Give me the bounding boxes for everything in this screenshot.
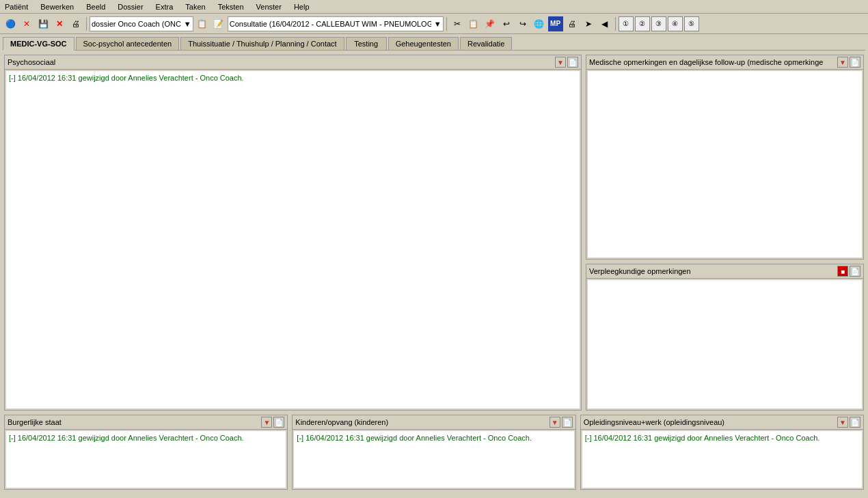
menubar: Patiënt Bewerken Beeld Dossier Extra Tak… <box>0 0 868 14</box>
panel-psychosociaal: Psychosociaal ▼ 📄 [-] 16/04/2012 16:31 g… <box>4 55 582 411</box>
panel-psychosociaal-doc-btn[interactable]: 📄 <box>567 57 578 68</box>
toolbar-btn-3[interactable]: 💾 <box>36 16 51 31</box>
toolbar-btn-redo[interactable]: ↪ <box>515 16 530 31</box>
panel-opleidingsniveau-title: Opleidingsniveau+werk (opleidingsniveau) <box>584 418 724 426</box>
tab-geheugentesten[interactable]: Geheugentesten <box>388 37 459 50</box>
panel-medische-content[interactable] <box>588 71 862 258</box>
panel-medische-title: Medische opmerkingen en dagelijkse follo… <box>589 58 823 66</box>
panel-medische-header: Medische opmerkingen en dagelijkse follo… <box>586 55 863 70</box>
separator-3 <box>615 17 616 31</box>
panel-psychosociaal-content[interactable]: [-] 16/04/2012 16:31 gewijzigd door Anne… <box>6 71 580 409</box>
toolbar-btn-mp[interactable]: MP <box>548 16 563 31</box>
menu-venster[interactable]: Venster <box>254 2 284 12</box>
panel-psychosociaal-header: Psychosociaal ▼ 📄 <box>5 55 581 70</box>
toolbar-btn-7[interactable]: 📝 <box>211 16 226 31</box>
panel-psychosociaal-text: [-] 16/04/2012 16:31 gewijzigd door Anne… <box>9 74 244 82</box>
panel-psychosociaal-controls: ▼ 📄 <box>555 57 578 68</box>
panel-opleidingsniveau-text: [-] 16/04/2012 16:31 gewijzigd door Anne… <box>585 434 820 442</box>
panel-verpleegkundige-doc-btn[interactable]: 📄 <box>850 266 860 277</box>
panel-opleidingsniveau-filter-btn[interactable]: ▼ <box>837 417 848 428</box>
toolbar-btn-copy[interactable]: 📋 <box>466 16 481 31</box>
dossier-label: dossier Onco Coach (ONC <box>92 20 181 28</box>
menu-teksten[interactable]: Teksten <box>216 2 246 12</box>
panel-kinderen-controls: ▼ 📄 <box>550 417 573 428</box>
main-content: Psychosociaal ▼ 📄 [-] 16/04/2012 16:31 g… <box>0 51 868 494</box>
menu-taken[interactable]: Taken <box>183 2 207 12</box>
separator-2 <box>446 17 447 31</box>
menu-extra[interactable]: Extra <box>154 2 176 12</box>
toolbar-btn-6[interactable]: 📋 <box>195 16 210 31</box>
panel-kinderen-content[interactable]: [-] 16/04/2012 16:31 gewijzigd door Anne… <box>294 431 573 488</box>
panel-kinderen-filter-btn[interactable]: ▼ <box>550 417 560 428</box>
toolbar-btn-web[interactable]: 🌐 <box>532 16 547 31</box>
panel-medische-filter-btn[interactable]: ▼ <box>837 57 848 68</box>
tab-thuissituatie[interactable]: Thuissituatie / Thuishulp / Planning / C… <box>180 37 344 50</box>
panel-burgerlijke-filter-btn[interactable]: ▼ <box>261 417 272 428</box>
panel-burgerlijke-doc-btn[interactable]: 📄 <box>273 417 284 428</box>
tab-medic-vg-soc[interactable]: MEDIC-VG-SOC <box>3 37 74 51</box>
toolbar-btn-n1[interactable]: ① <box>619 16 634 31</box>
panel-burgerlijke-controls: ▼ 📄 <box>261 417 284 428</box>
toolbar-btn-back[interactable]: ◀ <box>597 16 612 31</box>
panel-burgerlijke-text: [-] 16/04/2012 16:31 gewijzigd door Anne… <box>9 434 244 442</box>
panel-verpleegkundige-filter-btn[interactable]: ■ <box>837 266 848 277</box>
toolbar-btn-arrow[interactable]: ➤ <box>581 16 596 31</box>
consultation-chevron[interactable]: ▼ <box>434 20 442 28</box>
separator-1 <box>86 17 87 31</box>
panel-verpleegkundige-title: Verpleegkundige opmerkingen <box>589 267 691 275</box>
toolbar-btn-n3[interactable]: ③ <box>651 16 666 31</box>
toolbar-btn-5[interactable]: 🖨 <box>68 16 83 31</box>
panel-kinderen-header: Kinderen/opvang (kinderen) ▼ 📄 <box>293 415 575 430</box>
toolbar-btn-print2[interactable]: 🖨 <box>565 16 580 31</box>
panel-psychosociaal-filter-btn[interactable]: ▼ <box>555 57 566 68</box>
toolbar-btn-1[interactable]: 🔵 <box>3 16 18 31</box>
tab-soc-psychol[interactable]: Soc-psychol antecedenten <box>76 37 180 50</box>
toolbar-btn-n2[interactable]: ② <box>635 16 650 31</box>
panel-verpleegkundige-controls: ■ 📄 <box>837 266 860 277</box>
dossier-chevron[interactable]: ▼ <box>184 20 191 28</box>
panel-burgerlijke-staat: Burgerlijke staat ▼ 📄 [-] 16/04/2012 16:… <box>4 415 288 490</box>
panel-kinderen-text: [-] 16/04/2012 16:31 gewijzigd door Anne… <box>297 434 532 442</box>
panel-verpleegkundige: Verpleegkundige opmerkingen ■ 📄 <box>586 264 864 411</box>
tab-revalidatie[interactable]: Revalidatie <box>460 37 512 50</box>
menu-patient[interactable]: Patiënt <box>3 2 30 12</box>
toolbar-btn-undo[interactable]: ↩ <box>499 16 514 31</box>
tab-testing[interactable]: Testing <box>346 37 387 50</box>
panel-burgerlijke-title: Burgerlijke staat <box>8 418 62 426</box>
menu-help[interactable]: Help <box>292 2 312 12</box>
panel-psychosociaal-title: Psychosociaal <box>8 58 55 66</box>
toolbar-btn-2[interactable]: ✕ <box>19 16 34 31</box>
panel-kinderen-doc-btn[interactable]: 📄 <box>562 417 573 428</box>
panel-opleidingsniveau-doc-btn[interactable]: 📄 <box>850 417 860 428</box>
panel-burgerlijke-content[interactable]: [-] 16/04/2012 16:31 gewijzigd door Anne… <box>6 431 286 488</box>
panel-medische-opmerkingen: Medische opmerkingen en dagelijkse follo… <box>586 55 864 260</box>
toolbar-btn-cut[interactable]: ✂ <box>450 16 465 31</box>
dossier-dropdown[interactable]: dossier Onco Coach (ONC ▼ <box>90 16 193 31</box>
panel-opleidingsniveau-controls: ▼ 📄 <box>837 417 860 428</box>
panel-verpleegkundige-content[interactable] <box>588 280 862 409</box>
panel-verpleegkundige-header: Verpleegkundige opmerkingen ■ 📄 <box>586 264 863 279</box>
panel-burgerlijke-header: Burgerlijke staat ▼ 📄 <box>5 415 287 430</box>
menu-bewerken[interactable]: Bewerken <box>38 2 76 12</box>
bottom-section: Burgerlijke staat ▼ 📄 [-] 16/04/2012 16:… <box>4 415 864 490</box>
panel-kinderen: Kinderen/opvang (kinderen) ▼ 📄 [-] 16/04… <box>292 415 575 490</box>
toolbar-btn-n4[interactable]: ④ <box>668 16 683 31</box>
consultation-label: Consultatie (16/04/2012 - CALLEBAUT WIM … <box>230 20 431 28</box>
menu-beeld[interactable]: Beeld <box>84 2 107 12</box>
panel-medische-doc-btn[interactable]: 📄 <box>850 57 860 68</box>
toolbar: 🔵 ✕ 💾 ✕ 🖨 dossier Onco Coach (ONC ▼ 📋 📝 … <box>0 14 868 34</box>
toolbar-btn-n5[interactable]: ⑤ <box>684 16 699 31</box>
panel-opleidingsniveau: Opleidingsniveau+werk (opleidingsniveau)… <box>580 415 864 490</box>
toolbar-btn-4[interactable]: ✕ <box>52 16 67 31</box>
toolbar-btn-paste[interactable]: 📌 <box>483 16 498 31</box>
panel-kinderen-title: Kinderen/opvang (kinderen) <box>295 418 388 426</box>
menu-dossier[interactable]: Dossier <box>116 2 145 12</box>
tabs-container: MEDIC-VG-SOC Soc-psychol antecedenten Th… <box>0 34 868 50</box>
panel-opleidingsniveau-content[interactable]: [-] 16/04/2012 16:31 gewijzigd door Anne… <box>582 431 862 488</box>
panel-medische-controls: ▼ 📄 <box>837 57 860 68</box>
panel-opleidingsniveau-header: Opleidingsniveau+werk (opleidingsniveau)… <box>581 415 863 430</box>
consultation-dropdown[interactable]: Consultatie (16/04/2012 - CALLEBAUT WIM … <box>228 16 444 31</box>
